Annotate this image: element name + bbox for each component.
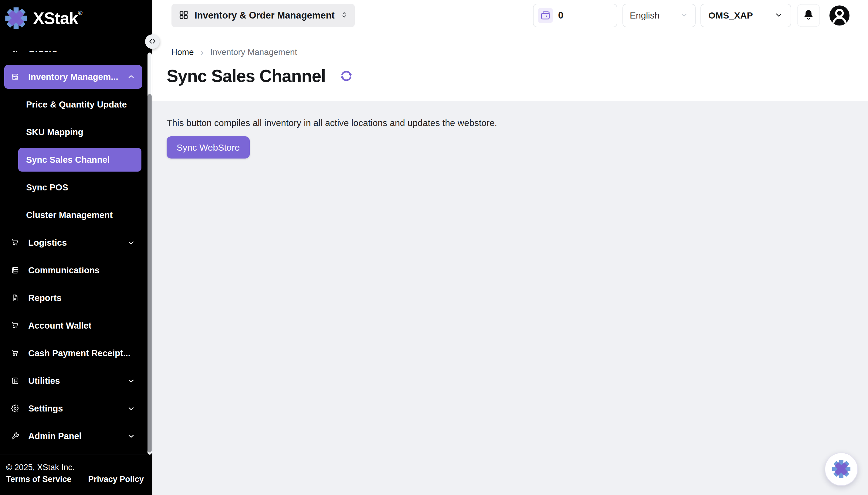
cart-icon [11, 239, 19, 246]
xstak-widget-button[interactable] [825, 453, 858, 486]
cart-icon [11, 322, 19, 329]
page-header: Home › Inventory Management Sync Sales C… [152, 31, 868, 101]
sidebar-item-label: Cash Payment Receipt... [28, 348, 130, 358]
workspace-selected-value: OMS_XAP [708, 10, 753, 21]
sidebar-item-label: Admin Panel [28, 431, 82, 441]
brand: XStak ® [0, 0, 152, 51]
brand-name: XStak [33, 7, 78, 30]
language-selected-value: English [630, 10, 659, 21]
refresh-button[interactable] [339, 69, 354, 83]
sidebar-item-label: Sync POS [26, 183, 68, 192]
breadcrumb-home-link[interactable]: Home [171, 47, 194, 57]
sidebar: XStak ® Orders Inventory Managem... Pric… [0, 0, 152, 495]
chevron-up-icon [127, 73, 135, 81]
sidebar-item-label: Logistics [28, 238, 67, 248]
chevron-down-icon [680, 11, 688, 20]
xstak-logo-icon [832, 459, 851, 479]
sidebar-nav: Orders Inventory Managem... Price & Quan… [0, 51, 152, 455]
xstak-logo-icon [4, 7, 28, 30]
topbar: Inventory & Order Management [152, 0, 868, 31]
server-icon [11, 266, 19, 274]
chevron-down-icon [127, 239, 135, 246]
app-switcher-label: Inventory & Order Management [195, 10, 335, 21]
chevron-down-icon [127, 377, 135, 385]
sidebar-item-label: Utilities [28, 376, 60, 386]
sidebar-item-label: Orders [28, 51, 57, 54]
sync-webstore-button[interactable]: Sync WebStore [166, 136, 250, 158]
sync-description: This button compiles all inventory in al… [166, 118, 868, 128]
sidebar-item-cluster-management[interactable]: Cluster Management [18, 203, 141, 227]
chevron-down-icon [127, 432, 135, 440]
refresh-icon [339, 69, 354, 83]
notifications-button[interactable] [797, 4, 820, 27]
sidebar-item-admin-panel[interactable]: Admin Panel [4, 424, 142, 448]
sidebar-item-label: Cluster Management [26, 210, 112, 220]
sidebar-item-logistics[interactable]: Logistics [4, 231, 142, 255]
wallet-count: 0 [558, 10, 563, 21]
collapse-chevrons-icon [148, 38, 156, 46]
sidebar-item-reports[interactable]: Reports [4, 286, 142, 310]
sidebar-item-utilities[interactable]: Utilities [4, 369, 142, 393]
cart-icon [11, 349, 19, 357]
cart-icon [11, 51, 19, 53]
sidebar-item-label: Sync Sales Channel [26, 155, 110, 165]
sidebar-item-label: Inventory Managem... [28, 72, 118, 82]
wallet-icon-box [538, 8, 553, 23]
sidebar-footer: © 2025, XStak Inc. Terms of Service Priv… [0, 455, 152, 495]
breadcrumb-current: Inventory Management [210, 47, 297, 57]
workspace-select[interactable]: OMS_XAP [701, 4, 791, 27]
registered-trademark: ® [78, 7, 83, 19]
copyright-text: © 2025, XStak Inc. [6, 461, 146, 474]
sidebar-item-sku-mapping[interactable]: SKU Mapping [18, 120, 141, 144]
sidebar-item-label: Settings [28, 404, 63, 414]
sidebar-item-label: Communications [28, 266, 100, 275]
account-circle-icon [829, 5, 850, 26]
sidebar-item-price-quantity-update[interactable]: Price & Quantity Update [18, 92, 141, 116]
sidebar-item-sync-sales-channel[interactable]: Sync Sales Channel [18, 148, 141, 172]
sidebar-collapse-button[interactable] [145, 34, 160, 49]
sidebar-item-inventory-managem[interactable]: Inventory Managem... [4, 65, 142, 89]
language-select[interactable]: English [622, 4, 696, 27]
sidebar-item-sync-pos[interactable]: Sync POS [18, 175, 141, 199]
main-area: Inventory & Order Management [152, 0, 868, 495]
wrench-icon [11, 432, 19, 440]
sidebar-item-label: SKU Mapping [26, 127, 84, 137]
wallet-icon [540, 10, 551, 21]
sidebar-item-label: Price & Quantity Update [26, 100, 127, 109]
title-row: Sync Sales Channel [166, 66, 868, 86]
sidebar-item-orders[interactable]: Orders [4, 51, 142, 61]
storefront-icon [11, 73, 19, 81]
chevron-down-icon [127, 405, 135, 412]
sidebar-item-communications[interactable]: Communications [4, 258, 142, 282]
breadcrumb: Home › Inventory Management [171, 47, 868, 57]
bell-icon [803, 9, 814, 21]
user-avatar[interactable] [829, 5, 850, 26]
sidebar-item-cash-payment-receipt[interactable]: Cash Payment Receipt... [4, 341, 142, 365]
sidebar-item-label: Account Wallet [28, 321, 91, 331]
wallet-balance-button[interactable]: 0 [533, 4, 617, 27]
sidebar-scrollbar-thumb[interactable] [147, 94, 152, 453]
page-title: Sync Sales Channel [166, 66, 326, 86]
sidebar-item-settings[interactable]: Settings [4, 397, 142, 420]
chevron-down-icon [774, 10, 783, 21]
privacy-policy-link[interactable]: Privacy Policy [88, 475, 144, 484]
sidebar-scrollbar-track[interactable] [147, 53, 152, 455]
gear-icon [11, 405, 19, 412]
document-icon [11, 294, 19, 302]
sidebar-item-account-wallet[interactable]: Account Wallet [4, 314, 142, 337]
sidebar-item-label: Reports [28, 293, 61, 303]
app-switcher-button[interactable]: Inventory & Order Management [172, 4, 355, 27]
topbar-right: 0 English OMS_XAP [533, 4, 850, 27]
unfold-chevrons-icon [341, 11, 348, 20]
terms-of-service-link[interactable]: Terms of Service [6, 475, 72, 484]
sliders-icon [11, 377, 19, 385]
breadcrumb-separator: › [201, 47, 203, 57]
app-root: XStak ® Orders Inventory Managem... Pric… [0, 0, 868, 495]
grid-icon [179, 10, 189, 21]
page-content: This button compiles all inventory in al… [152, 101, 868, 495]
footer-links: Terms of Service Privacy Policy [6, 475, 146, 484]
